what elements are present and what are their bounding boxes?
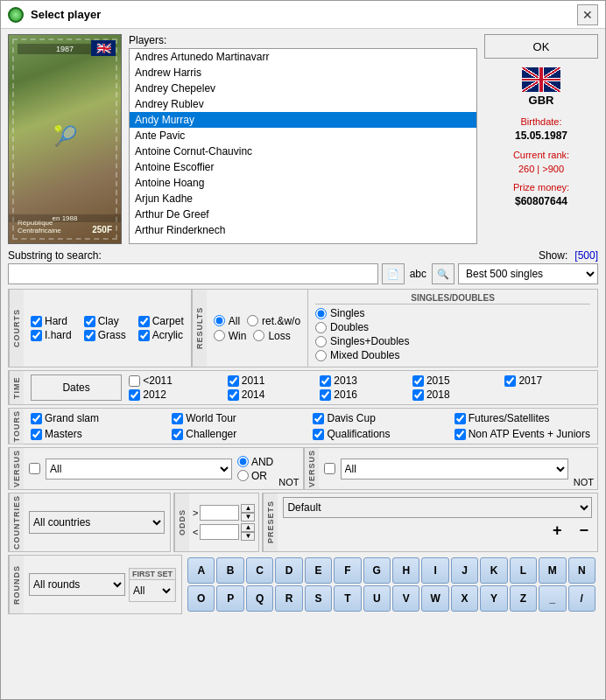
first-set-select[interactable]: All bbox=[130, 580, 173, 601]
tour-challenger[interactable]: Challenger bbox=[172, 428, 307, 441]
key-x[interactable]: X bbox=[451, 585, 478, 612]
plus-button[interactable]: + bbox=[549, 522, 566, 540]
tour-daviscup[interactable]: Davis Cup bbox=[313, 412, 448, 425]
key-d[interactable]: D bbox=[275, 557, 302, 584]
odds-less-input[interactable] bbox=[200, 524, 239, 540]
player-list-item[interactable]: Arthur Rinderknech bbox=[130, 222, 476, 238]
key-o[interactable]: O bbox=[187, 585, 215, 612]
result-radio-loss[interactable]: Loss bbox=[253, 330, 290, 342]
key-q[interactable]: Q bbox=[246, 585, 273, 612]
clear-search-button[interactable]: 📄 bbox=[382, 263, 405, 284]
key-m[interactable]: M bbox=[539, 557, 566, 584]
or-option[interactable]: OR bbox=[237, 470, 273, 482]
tours-grid: Grand slamWorld TourDavis CupFutures/Sat… bbox=[24, 409, 597, 444]
key-k[interactable]: K bbox=[480, 557, 507, 584]
odds-up-btn-2[interactable]: ▲ bbox=[241, 523, 255, 532]
key-i[interactable]: I bbox=[421, 557, 448, 584]
result-radio-win[interactable]: Win bbox=[214, 330, 247, 342]
court-checkbox-ihard[interactable]: I.hard bbox=[31, 329, 72, 341]
odds-down-btn-2[interactable]: ▼ bbox=[241, 532, 255, 541]
key-p[interactable]: P bbox=[216, 585, 243, 612]
versus1-checkbox[interactable] bbox=[29, 463, 40, 474]
player-list-item[interactable]: Antoine Hoang bbox=[130, 175, 476, 191]
court-checkbox-clay[interactable]: Clay bbox=[84, 315, 126, 327]
search-icon-button[interactable]: 🔍 bbox=[432, 263, 454, 284]
player-list-item[interactable]: Antoine Cornut-Chauvinc bbox=[130, 144, 476, 159]
presets-select[interactable]: Default bbox=[283, 497, 592, 518]
key-g[interactable]: G bbox=[363, 557, 391, 584]
not-label-1: NOT bbox=[278, 448, 302, 489]
court-checkbox-carpet[interactable]: Carpet bbox=[138, 315, 184, 327]
time-2016[interactable]: 2016 bbox=[320, 388, 405, 401]
dates-button[interactable]: Dates bbox=[31, 374, 122, 401]
versus2-select[interactable]: All bbox=[341, 458, 568, 480]
key-_[interactable]: _ bbox=[539, 585, 566, 612]
time-2014[interactable]: 2014 bbox=[228, 388, 314, 401]
player-list-item[interactable]: Arthur De Greef bbox=[130, 206, 476, 222]
player-list-item[interactable]: Andrey Rublev bbox=[130, 96, 476, 112]
time-2011[interactable]: 2011 bbox=[228, 374, 314, 387]
singles-doubles-label: SINGLES/DOUBLES bbox=[315, 293, 590, 304]
key-y[interactable]: Y bbox=[480, 585, 507, 612]
sd-radio-mixeddoubles[interactable]: Mixed Doubles bbox=[315, 349, 590, 361]
time-2012[interactable]: 2012 bbox=[129, 388, 221, 401]
countries-select[interactable]: All countries bbox=[29, 511, 165, 534]
player-list-item[interactable]: Antoine Escoffier bbox=[130, 159, 476, 175]
odds-up-btn[interactable]: ▲ bbox=[241, 504, 255, 513]
and-option[interactable]: AND bbox=[237, 456, 273, 468]
player-list-item[interactable]: Andrey Chepelev bbox=[130, 80, 476, 96]
player-list-item[interactable]: Arjun Kadhe bbox=[130, 191, 476, 206]
sd-radio-doubles[interactable]: Doubles bbox=[315, 321, 590, 333]
close-button[interactable]: ✕ bbox=[577, 4, 598, 25]
search-input[interactable] bbox=[8, 263, 378, 284]
tour-nonatpeventsjuniors[interactable]: Non ATP Events + Juniors bbox=[454, 428, 590, 441]
sd-radio-singlesdoubles[interactable]: Singles+Doubles bbox=[315, 335, 590, 347]
key-n[interactable]: N bbox=[568, 557, 595, 584]
key-f[interactable]: F bbox=[334, 557, 361, 584]
key-r[interactable]: R bbox=[275, 585, 302, 612]
player-list-item[interactable]: Andres Artunedo Martinavarr bbox=[130, 49, 476, 65]
player-list-item[interactable]: Andy Murray bbox=[130, 112, 476, 128]
odds-greater-input[interactable] bbox=[200, 505, 239, 521]
key-w[interactable]: W bbox=[421, 585, 448, 612]
time-lt2011[interactable]: <2011 bbox=[129, 374, 221, 387]
player-list-item[interactable]: Ante Pavic bbox=[130, 128, 476, 144]
result-radio-all[interactable]: All bbox=[214, 315, 240, 327]
time-2017[interactable]: 2017 bbox=[504, 374, 590, 387]
show-select[interactable]: Best 500 singlesBest 500 doublesAll sing… bbox=[458, 263, 598, 284]
tour-worldtour[interactable]: World Tour bbox=[172, 412, 307, 425]
key-j[interactable]: J bbox=[451, 557, 478, 584]
tour-grandslam[interactable]: Grand slam bbox=[31, 412, 166, 425]
minus-button[interactable]: − bbox=[575, 522, 592, 540]
key-t[interactable]: T bbox=[334, 585, 361, 612]
key-a[interactable]: A bbox=[187, 557, 215, 584]
key-/[interactable]: / bbox=[568, 585, 595, 612]
time-2013[interactable]: 2013 bbox=[320, 374, 405, 387]
key-h[interactable]: H bbox=[392, 557, 419, 584]
key-v[interactable]: V bbox=[392, 585, 419, 612]
time-2015[interactable]: 2015 bbox=[412, 374, 498, 387]
key-s[interactable]: S bbox=[305, 585, 332, 612]
player-list-item[interactable]: Andrew Harris bbox=[130, 65, 476, 80]
court-checkbox-acrylic[interactable]: Acrylic bbox=[138, 329, 184, 341]
versus1-select[interactable]: All bbox=[46, 458, 232, 480]
result-radio-retwo[interactable]: ret.&w/o bbox=[247, 315, 300, 327]
tour-masters[interactable]: Masters bbox=[31, 428, 166, 441]
court-checkbox-hard[interactable]: Hard bbox=[31, 315, 72, 327]
key-e[interactable]: E bbox=[305, 557, 332, 584]
odds-down-btn[interactable]: ▼ bbox=[241, 513, 255, 522]
key-z[interactable]: Z bbox=[510, 585, 537, 612]
versus2-checkbox[interactable] bbox=[324, 463, 335, 474]
rounds-select[interactable]: All rounds bbox=[29, 573, 125, 596]
court-checkbox-grass[interactable]: Grass bbox=[84, 329, 126, 341]
key-u[interactable]: U bbox=[363, 585, 391, 612]
key-l[interactable]: L bbox=[510, 557, 537, 584]
tour-qualifications[interactable]: Qualifications bbox=[313, 428, 448, 441]
sd-radio-singles[interactable]: Singles bbox=[315, 307, 590, 319]
ok-button[interactable]: OK bbox=[484, 34, 598, 59]
tour-futuressatellites[interactable]: Futures/Satellites bbox=[454, 412, 590, 425]
key-c[interactable]: C bbox=[246, 557, 273, 584]
time-2018[interactable]: 2018 bbox=[412, 388, 498, 401]
player-list[interactable]: Andres Artunedo MartinavarrAndrew Harris… bbox=[129, 48, 477, 244]
key-b[interactable]: B bbox=[216, 557, 243, 584]
